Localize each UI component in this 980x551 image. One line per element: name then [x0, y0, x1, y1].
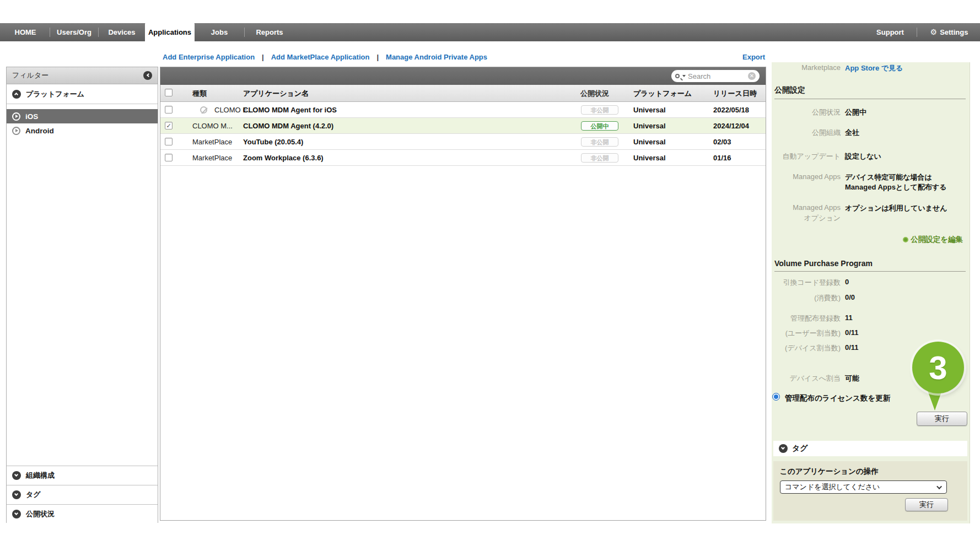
table-row[interactable]: MarketPlace YouTube (20.05.4) 非公開 Univer… [160, 134, 766, 150]
app-platform: Universal [633, 138, 666, 146]
chevron-down-icon [12, 490, 21, 499]
field-value: Managed Appsとして配布する [845, 182, 947, 192]
collapse-sidebar-icon[interactable] [143, 71, 152, 80]
nav-tab-reports[interactable]: Reports [245, 23, 294, 41]
row-checkbox[interactable] [165, 106, 173, 114]
nav-tab-jobs[interactable]: Jobs [195, 23, 244, 41]
sidebar-item-ios[interactable]: iOS [7, 109, 158, 123]
field-value: 可能 [845, 374, 859, 383]
field-value: 0/0 [845, 293, 855, 301]
column-header-release: リリース日時 [713, 89, 757, 99]
app-release-date: 2022/05/18 [713, 106, 749, 114]
step-3-marker-tail [928, 391, 942, 410]
sidebar-item-label: iOS [25, 112, 38, 121]
row-checkbox-checked[interactable]: ✓ [165, 122, 173, 129]
row-checkbox[interactable] [165, 138, 173, 145]
section-label: 公開状況 [26, 509, 55, 519]
nav-tab-applications[interactable]: Applications [145, 21, 195, 44]
nav-settings-label: Settings [940, 28, 968, 36]
field-label: Managed Apps [772, 172, 841, 181]
field-value: オプションは利用していません [845, 203, 947, 213]
managed-apps-row-line2: Managed Appsとして配布する [772, 182, 970, 192]
nav-separator [917, 28, 917, 37]
status-badge-label: 非公開 [581, 153, 618, 163]
export-link[interactable]: Export [742, 53, 765, 61]
app-name[interactable]: YouTube (20.05.4) [243, 138, 303, 146]
step-3-marker: 3 [912, 342, 964, 393]
nav-support-link[interactable]: Support [865, 23, 915, 41]
radio-button-selected[interactable] [772, 393, 780, 401]
application-detail-panel: Marketplace App Store で見る 公開設定 公開状況 公開中 … [772, 62, 970, 523]
column-header-platform: プラットフォーム [633, 89, 692, 99]
sidebar-section-platform[interactable]: プラットフォーム [7, 84, 158, 104]
search-box[interactable]: ✕ [671, 70, 760, 82]
app-type: MarketPlace [192, 154, 232, 162]
tag-section-header[interactable]: タグ [773, 441, 967, 456]
sidebar-item-android[interactable]: Android [7, 123, 158, 138]
search-input[interactable] [688, 72, 743, 80]
sidebar-item-label: Android [25, 127, 54, 135]
column-header-status: 公開状況 [580, 89, 609, 99]
blocked-icon [200, 106, 207, 114]
table-header-row: 種類 アプリケーション名 公開状況 プラットフォーム リリース日時 [160, 85, 766, 102]
app-store-link[interactable]: App Store で見る [845, 63, 903, 73]
publish-org-row: 公開組織 全社 [772, 128, 970, 138]
command-select[interactable]: コマンドを選択してください [780, 480, 947, 494]
column-header-name: アプリケーション名 [243, 89, 309, 99]
status-badge: 非公開 [580, 137, 619, 147]
clear-search-icon[interactable]: ✕ [748, 72, 756, 80]
field-value: 公開中 [845, 107, 866, 117]
field-value: 0 [845, 278, 849, 286]
status-badge-label: 非公開 [581, 137, 618, 147]
table-row-selected[interactable]: ✓ CLOMO M... CLOMO MDM Agent (4.2.0) 公開中… [160, 118, 766, 134]
application-action-links: Add Enterprise Application | Add MarketP… [163, 53, 487, 61]
field-label: (デバイス割当数) [772, 343, 841, 353]
publish-settings-title: 公開設定 [774, 85, 966, 99]
field-label: 自動アップデート [772, 152, 841, 161]
nav-settings-link[interactable]: ⚙Settings [922, 23, 977, 41]
field-label: (消費数) [772, 293, 841, 303]
add-marketplace-application-link[interactable]: Add MarketPlace Application [271, 53, 370, 61]
column-header-type: 種類 [192, 89, 207, 99]
nav-tab-users-org[interactable]: Users/Org [50, 23, 98, 41]
add-enterprise-application-link[interactable]: Add Enterprise Application [163, 53, 255, 61]
edit-publish-settings-label: 公開設定を編集 [911, 235, 963, 245]
search-icon [675, 74, 680, 78]
app-release-date: 2024/12/04 [713, 122, 749, 130]
app-name[interactable]: CLOMO MDM Agent (4.2.0) [243, 122, 333, 130]
command-select-value: コマンドを選択してください [785, 482, 880, 492]
chevron-up-icon [12, 90, 21, 99]
nav-tab-home[interactable]: HOME [1, 23, 50, 41]
select-all-checkbox[interactable] [165, 89, 173, 96]
green-dot-icon [903, 237, 908, 242]
platform-section-label: プラットフォーム [26, 89, 84, 99]
operation-execute-button[interactable]: 実行 [905, 498, 948, 511]
table-row[interactable]: CLOMO E... CLOMO MDM Agent for iOS 非公開 U… [160, 102, 766, 118]
operation-title: このアプリケーションの操作 [780, 467, 879, 477]
edit-publish-settings-link[interactable]: 公開設定を編集 [903, 235, 963, 245]
filter-sidebar: フィルター プラットフォーム iOS Android 組織構成 タグ 公開状況 [6, 67, 158, 523]
table-toolbar: ✕ [160, 67, 766, 85]
field-label: 引換コード登録数 [772, 278, 841, 288]
app-name[interactable]: CLOMO MDM Agent for iOS [243, 106, 337, 114]
managed-apps-option-row-line2: オプション [772, 213, 970, 223]
sidebar-section-publish-status[interactable]: 公開状況 [7, 504, 158, 523]
applications-table: ✕ 種類 アプリケーション名 公開状況 プラットフォーム リリース日時 CLOM… [160, 67, 766, 521]
sidebar-section-organization[interactable]: 組織構成 [7, 466, 158, 485]
filter-title: フィルター [12, 71, 49, 80]
field-label: 公開状況 [772, 107, 841, 117]
row-checkbox[interactable] [165, 154, 173, 161]
nav-tab-devices[interactable]: Devices [99, 23, 145, 41]
table-row[interactable]: MarketPlace Zoom Workplace (6.3.6) 非公開 U… [160, 150, 766, 166]
search-scope-dropdown-icon[interactable] [682, 75, 686, 77]
auto-update-row: 自動アップデート 設定しない [772, 152, 970, 161]
vpp-row: (消費数) 0/0 [772, 293, 970, 303]
field-label: デバイスへ割当 [772, 374, 841, 383]
vpp-execute-button[interactable]: 実行 [917, 412, 967, 426]
manage-android-private-apps-link[interactable]: Manage Android Private Apps [386, 53, 487, 61]
field-value: 設定しない [845, 152, 881, 161]
app-platform: Universal [633, 106, 666, 114]
status-badge: 公開中 [580, 121, 619, 131]
sidebar-section-tags[interactable]: タグ [7, 485, 158, 504]
app-name[interactable]: Zoom Workplace (6.3.6) [243, 154, 324, 162]
